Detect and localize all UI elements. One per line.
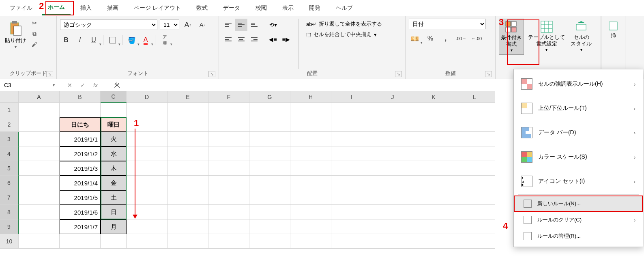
font-name-select[interactable]: 游ゴシック [60, 19, 157, 30]
font-launcher[interactable]: ↘ [208, 71, 215, 77]
cell[interactable] [372, 161, 413, 176]
cf-new-rule[interactable]: 新しいルール(N)... [514, 196, 643, 212]
cell[interactable] [413, 234, 454, 249]
cell[interactable] [208, 132, 249, 146]
underline-button[interactable]: U [88, 34, 100, 46]
cell[interactable] [127, 176, 167, 190]
cell[interactable] [331, 132, 372, 146]
cell[interactable] [127, 146, 167, 161]
phonetic-button[interactable]: ア亜 [159, 34, 171, 46]
cell[interactable] [413, 117, 454, 132]
cell[interactable] [19, 146, 60, 161]
tab-formulas[interactable]: 数式 [191, 1, 213, 15]
copy-icon[interactable]: ⧉ [30, 29, 39, 38]
cell[interactable] [413, 146, 454, 161]
cell[interactable] [413, 132, 454, 146]
row-header[interactable]: 7 [0, 190, 19, 205]
row-header[interactable]: 8 [0, 205, 19, 219]
col-header[interactable]: J [372, 91, 413, 103]
row-header[interactable]: 10 [0, 234, 19, 249]
cell[interactable] [454, 219, 495, 234]
cell[interactable] [413, 190, 454, 205]
cell[interactable] [372, 132, 413, 146]
cell[interactable] [167, 146, 208, 161]
orientation-button[interactable]: ⟲▾ [267, 19, 279, 31]
format-painter-icon[interactable]: 🖌 [30, 40, 39, 49]
col-header[interactable]: H [290, 91, 331, 103]
row-header[interactable]: 6 [0, 176, 19, 190]
cell[interactable] [331, 234, 372, 249]
cell[interactable] [331, 176, 372, 190]
cell[interactable] [331, 161, 372, 176]
accounting-format-button[interactable]: 💴 [409, 32, 421, 45]
select-all-corner[interactable] [0, 91, 19, 103]
align-center-button[interactable] [235, 33, 247, 45]
col-header[interactable]: I [331, 91, 372, 103]
cell[interactable] [290, 103, 331, 117]
cell[interactable] [167, 219, 208, 234]
cell[interactable]: 2019/1/5 [60, 190, 101, 205]
tab-file[interactable]: ファイル [4, 1, 38, 15]
cell[interactable] [167, 234, 208, 249]
cell[interactable] [208, 146, 249, 161]
insert-cells-button[interactable]: 挿 [605, 19, 622, 41]
align-middle-button[interactable] [235, 19, 247, 31]
cell[interactable] [127, 219, 167, 234]
cell[interactable] [249, 117, 290, 132]
bold-button[interactable]: B [60, 34, 72, 46]
cell[interactable] [208, 117, 249, 132]
col-header[interactable]: K [413, 91, 454, 103]
cell[interactable] [454, 190, 495, 205]
col-header[interactable]: D [127, 91, 167, 103]
col-header[interactable]: G [249, 91, 290, 103]
cell[interactable] [454, 103, 495, 117]
cell[interactable] [290, 205, 331, 219]
cell[interactable]: 曜日 [101, 117, 127, 132]
cell[interactable] [127, 161, 167, 176]
cell[interactable] [167, 103, 208, 117]
cell[interactable] [60, 234, 101, 249]
cell[interactable] [331, 146, 372, 161]
tab-insert[interactable]: 挿入 [75, 1, 97, 15]
cell[interactable]: 日にち [60, 117, 101, 132]
decrease-font-icon[interactable]: A↓ [196, 19, 208, 31]
paste-button[interactable]: 貼り付け ▾ [3, 19, 28, 51]
cell[interactable]: 2019/1/1 [60, 132, 101, 146]
cell[interactable] [208, 205, 249, 219]
number-format-select[interactable]: 日付 [409, 19, 486, 29]
cell[interactable] [454, 234, 495, 249]
cell[interactable] [19, 117, 60, 132]
cell[interactable] [372, 117, 413, 132]
col-header[interactable]: F [208, 91, 249, 103]
cell[interactable] [167, 205, 208, 219]
cell[interactable] [167, 176, 208, 190]
cell[interactable] [290, 219, 331, 234]
cell[interactable] [290, 234, 331, 249]
cell[interactable] [413, 176, 454, 190]
cell[interactable] [290, 117, 331, 132]
tab-review[interactable]: 校閲 [250, 1, 273, 15]
cell[interactable] [372, 176, 413, 190]
cell[interactable] [19, 234, 60, 249]
decrease-decimal-button[interactable]: ←.00 [470, 32, 483, 45]
cell[interactable] [249, 146, 290, 161]
increase-decimal-button[interactable]: .00→ [455, 32, 467, 45]
cell[interactable] [19, 205, 60, 219]
cell[interactable] [290, 190, 331, 205]
cell[interactable] [60, 103, 101, 117]
fill-color-button[interactable]: 🪣 [126, 34, 138, 46]
cf-data-bars[interactable]: データ バー(D)› [514, 120, 643, 145]
cf-manage-rules[interactable]: ルールの管理(R)... [514, 228, 643, 244]
font-color-button[interactable]: A [140, 34, 152, 46]
cell[interactable] [413, 161, 454, 176]
row-header[interactable]: 2 [0, 117, 19, 132]
row-header[interactable]: 1 [0, 103, 19, 117]
merge-center-button[interactable]: ⬚セルを結合して中央揃え ▾ [303, 29, 385, 40]
cell[interactable] [167, 161, 208, 176]
cell[interactable] [249, 161, 290, 176]
cell[interactable] [454, 205, 495, 219]
number-launcher[interactable]: ↘ [485, 71, 492, 77]
increase-indent-button[interactable]: ≡▶ [280, 33, 292, 45]
cell[interactable]: 土 [101, 190, 127, 205]
cell[interactable] [331, 205, 372, 219]
